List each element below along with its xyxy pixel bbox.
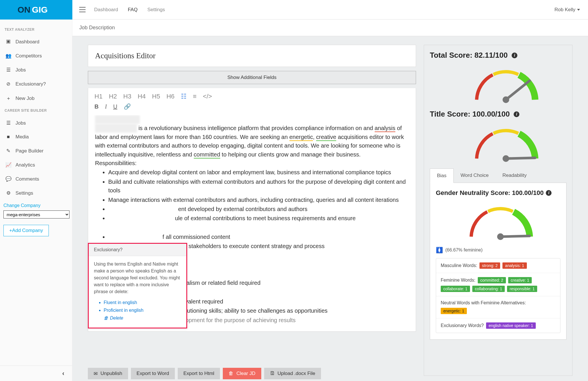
clear-jd-button[interactable]: 🗑Clear JD bbox=[223, 368, 261, 379]
toolbar-bold-icon[interactable]: B bbox=[94, 103, 98, 110]
toolbar-code-icon[interactable]: </> bbox=[203, 93, 212, 100]
sidebar-item-analytics[interactable]: 📈Analytics bbox=[3, 158, 69, 172]
toolbar-h5[interactable]: H5 bbox=[152, 93, 160, 100]
toolbar-link-icon[interactable]: 🔗 bbox=[124, 103, 131, 110]
popup-option-delete[interactable]: 🗑Delete bbox=[104, 315, 181, 322]
svg-text:ON: ON bbox=[18, 5, 30, 14]
highlight-analysis[interactable]: analysis bbox=[375, 125, 395, 132]
sidebar-item-settings[interactable]: ⚙Settings bbox=[3, 186, 69, 200]
toolbar-unordered-list-icon[interactable]: ☷ bbox=[181, 93, 187, 100]
list-item: Acquire and develop digital content on l… bbox=[108, 168, 409, 177]
title-score-label: Title Score: 100.00/100 i bbox=[430, 110, 566, 119]
sidebar-item-media[interactable]: ■Media bbox=[3, 130, 69, 144]
unpublish-button[interactable]: ✉Unpublish bbox=[88, 368, 128, 379]
list-item: Review and edit digital content develope… bbox=[108, 205, 409, 213]
sidebar-item-competitors[interactable]: 👥Competitors bbox=[3, 49, 69, 63]
highlight-creative[interactable]: creative bbox=[316, 134, 336, 141]
row-label: Exclusionary Words? bbox=[441, 323, 484, 328]
sidebar-item-jobs[interactable]: ☰Jobs bbox=[3, 63, 69, 77]
sidebar-item-dashboard[interactable]: 🏿Dashboard bbox=[3, 35, 69, 49]
redacted-text: xxxxxxxx xxxxxxx bbox=[95, 115, 140, 124]
sidebar-item-comments[interactable]: 💬Comments bbox=[3, 172, 69, 186]
nav-settings[interactable]: Settings bbox=[147, 7, 165, 13]
highlight-energetic[interactable]: energetic bbox=[289, 134, 313, 141]
sidebar-item-page-builder[interactable]: ✎Page Builder bbox=[3, 144, 69, 158]
list-icon: ☰ bbox=[5, 120, 11, 126]
total-score-gauge bbox=[461, 63, 550, 103]
tab-readability[interactable]: Readability bbox=[496, 169, 533, 183]
toolbar-h4[interactable]: H4 bbox=[138, 93, 146, 100]
change-company-link[interactable]: Change Company bbox=[3, 200, 69, 210]
export-word-button[interactable]: Export to Word bbox=[131, 368, 175, 379]
highlight-committed[interactable]: committed bbox=[194, 151, 220, 158]
badge-creative[interactable]: creative: 1 bbox=[508, 277, 532, 283]
toolbar-h3[interactable]: H3 bbox=[123, 93, 131, 100]
sidebar-item-jobs-2[interactable]: ☰Jobs bbox=[3, 116, 69, 130]
editor-format-toolbar: B I U 🔗 bbox=[88, 103, 416, 115]
info-icon[interactable]: i bbox=[512, 53, 517, 58]
score-text: Total Score: 82.11/100 bbox=[430, 51, 508, 60]
info-icon[interactable]: i bbox=[514, 111, 519, 117]
popup-option-label: Delete bbox=[110, 315, 123, 322]
feminine-percentage: 🚺 (66.67% feminine) bbox=[436, 247, 560, 254]
sidebar-item-new-job[interactable]: ＋New Job bbox=[3, 91, 69, 106]
show-additional-fields-button[interactable]: Show Additional Fields bbox=[88, 71, 416, 84]
badge-analysis[interactable]: analysis: 1 bbox=[502, 262, 527, 269]
gender-neutrality-gauge bbox=[456, 200, 545, 240]
badge-collaborate[interactable]: collaborate: 1 bbox=[441, 286, 470, 292]
user-menu[interactable]: Rob Kelly bbox=[554, 0, 580, 20]
bottom-action-bar: ✉Unpublish Export to Word Export to Html… bbox=[88, 368, 416, 381]
tab-bias[interactable]: Bias bbox=[430, 169, 454, 183]
score-text: Gender Neutrality Score: 100.00/100 bbox=[436, 189, 543, 197]
badge-english-native-speaker[interactable]: english native speaker: 1 bbox=[486, 322, 536, 329]
score-panel: Total Score: 82.11/100 i Title Score: 10… bbox=[424, 45, 572, 376]
toolbar-italic-icon[interactable]: I bbox=[105, 103, 107, 110]
badge-responsible[interactable]: responsible: 1 bbox=[507, 286, 537, 292]
score-text: Title Score: 100.00/100 bbox=[430, 110, 510, 119]
people-icon: 👥 bbox=[5, 53, 11, 59]
content-text: is a revolutionary business intelligence… bbox=[138, 125, 375, 131]
badge-strong[interactable]: strong: 2 bbox=[479, 262, 500, 269]
title-score-gauge bbox=[461, 122, 550, 162]
nav-dashboard[interactable]: Dashboard bbox=[94, 7, 118, 13]
row-label: Feminine Words: bbox=[441, 278, 475, 283]
chart-icon: 📈 bbox=[5, 162, 11, 168]
breadcrumb: Job Description bbox=[72, 20, 588, 36]
add-company-button[interactable]: +Add Company bbox=[3, 225, 49, 236]
toolbar-h6[interactable]: H6 bbox=[167, 93, 175, 100]
sidebar-item-label: Media bbox=[16, 134, 29, 140]
popup-option-proficient[interactable]: Proficient in english bbox=[104, 307, 181, 314]
export-html-button[interactable]: Export to Html bbox=[178, 368, 220, 379]
toolbar-ordered-list-icon[interactable]: ≡ bbox=[193, 93, 197, 100]
tab-word-choice[interactable]: Word Choice bbox=[454, 169, 496, 183]
score-tabs: Bias Word Choice Readability bbox=[430, 169, 566, 183]
badge-energetic[interactable]: energetic: 1 bbox=[441, 308, 467, 314]
toolbar-h2[interactable]: H2 bbox=[109, 93, 117, 100]
sidebar-section-text-analyzer: TEXT ANALYZER bbox=[5, 28, 67, 32]
toolbar-h1[interactable]: H1 bbox=[94, 93, 102, 100]
top-nav: Dashboard FAQ Settings bbox=[94, 0, 165, 20]
gender-neutrality-label: Gender Neutrality Score: 100.00/100 i bbox=[436, 189, 560, 197]
sidebar-collapse-button[interactable]: ‹ bbox=[0, 365, 72, 381]
popup-option-fluent[interactable]: Fluent in english bbox=[104, 299, 181, 306]
trash-icon: 🗑 bbox=[104, 315, 108, 322]
sidebar-item-label: Comments bbox=[16, 176, 39, 182]
logo[interactable]: ON GIG bbox=[0, 0, 72, 20]
company-select[interactable]: mega-enterprises bbox=[3, 210, 69, 218]
badge-collaborating[interactable]: collaborating: 1 bbox=[472, 286, 505, 292]
badge-committed[interactable]: committed: 2 bbox=[478, 277, 506, 283]
info-icon[interactable]: i bbox=[546, 190, 552, 196]
menu-toggle-icon[interactable] bbox=[79, 7, 86, 12]
female-icon: 🚺 bbox=[436, 247, 443, 254]
toolbar-underline-icon[interactable]: U bbox=[113, 103, 117, 110]
sidebar-item-label: Exclusionary? bbox=[16, 81, 46, 87]
svg-line-7 bbox=[500, 236, 530, 237]
total-score-label: Total Score: 82.11/100 i bbox=[430, 51, 566, 60]
exclusionary-popup: Exclusionary? Using the terms English an… bbox=[88, 243, 187, 328]
popup-body: Using the terms English and Native might… bbox=[89, 256, 186, 328]
sidebar-item-exclusionary[interactable]: ⊘Exclusionary? bbox=[3, 77, 69, 91]
sidebar-section-career: CAREER SITE BUILDER bbox=[5, 109, 67, 113]
nav-faq[interactable]: FAQ bbox=[128, 7, 138, 13]
popup-message: Using the terms English and Native might… bbox=[94, 261, 181, 295]
upload-docx-button[interactable]: 🖺Upload .docx File bbox=[264, 368, 321, 379]
